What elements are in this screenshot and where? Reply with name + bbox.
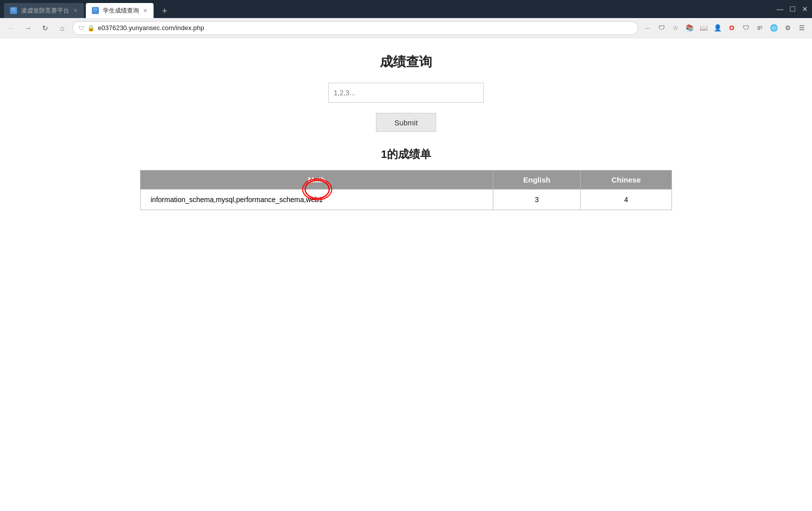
ip-button[interactable]: IP	[754, 22, 766, 34]
math-value-wrapper: information_schema,mysql,performance_sch…	[151, 196, 323, 204]
table-header: Math English Chinese	[141, 171, 672, 190]
chinese-cell: 4	[581, 190, 672, 210]
result-table: Math English Chinese information_schema,…	[140, 170, 672, 210]
opera-button[interactable]: O	[726, 22, 738, 34]
vpn-button[interactable]: 🌐	[768, 22, 780, 34]
forward-button[interactable]: →	[21, 21, 35, 35]
settings-button[interactable]: ⚙	[782, 22, 794, 34]
english-cell: 3	[493, 190, 581, 210]
tab2-label: 学生成绩查询	[103, 7, 139, 15]
col-header-math: Math	[141, 171, 493, 190]
reader-button[interactable]: 📖	[698, 22, 710, 34]
security-icon: 🛡	[79, 25, 84, 31]
page-content: 成绩查询 Submit 1的成绩单 Math English Chinese i…	[0, 38, 812, 511]
search-form: Submit	[10, 83, 802, 132]
browser-window: 🛡 凌虚攻防竞赛平台 ✕ 🛡 学生成绩查询 ✕ + — ☐ ✕ ← → ↻ ⌂ …	[0, 0, 812, 511]
lock-icon: 🔒	[87, 25, 95, 32]
tab-学生成绩查询[interactable]: 🛡 学生成绩查询 ✕	[86, 3, 154, 18]
result-title: 1的成绩单	[10, 147, 802, 162]
star-button[interactable]: ☆	[669, 22, 682, 34]
nav-right-controls: ··· 🛡 ☆ 📚 📖 👤 O 🛡 IP 🌐 ⚙ ☰	[641, 22, 808, 34]
tab-凌虚[interactable]: 🛡 凌虚攻防竞赛平台 ✕	[4, 3, 84, 18]
back-button[interactable]: ←	[4, 21, 18, 35]
table-body: information_schema,mysql,performance_sch…	[141, 190, 672, 210]
shield-button[interactable]: 🛡	[740, 22, 752, 34]
close-button[interactable]: ✕	[802, 5, 808, 13]
search-input[interactable]	[328, 83, 484, 103]
table-row: information_schema,mysql,performance_sch…	[141, 190, 672, 210]
math-value: information_schema,mysql,performance_sch…	[151, 196, 323, 204]
submit-button[interactable]: Submit	[376, 113, 436, 132]
tab1-close[interactable]: ✕	[73, 8, 78, 14]
more-button[interactable]: ···	[641, 22, 653, 34]
tab2-close[interactable]: ✕	[143, 8, 148, 14]
window-controls: — ☐ ✕	[776, 5, 808, 13]
title-bar: 🛡 凌虚攻防竞赛平台 ✕ 🛡 学生成绩查询 ✕ + — ☐ ✕	[0, 0, 812, 18]
tab1-favicon: 🛡	[10, 7, 17, 14]
reload-button[interactable]: ↻	[38, 21, 52, 35]
maximize-button[interactable]: ☐	[789, 5, 796, 13]
bookmark-icon[interactable]: 🛡	[655, 22, 667, 34]
home-button[interactable]: ⌂	[55, 21, 69, 35]
new-tab-button[interactable]: +	[158, 4, 172, 18]
address-bar-container[interactable]: 🛡 🔒 e0376230.yunyansec.com/index.php	[72, 21, 638, 35]
tab2-favicon: 🛡	[92, 7, 99, 14]
nav-bar: ← → ↻ ⌂ 🛡 🔒 e0376230.yunyansec.com/index…	[0, 18, 812, 38]
tab1-label: 凌虚攻防竞赛平台	[21, 7, 69, 15]
page-title: 成绩查询	[10, 53, 802, 71]
menu-button[interactable]: ☰	[796, 22, 808, 34]
col-header-english: English	[493, 171, 581, 190]
extensions-button[interactable]: 📚	[684, 22, 696, 34]
math-cell: information_schema,mysql,performance_sch…	[141, 190, 493, 210]
col-header-chinese: Chinese	[581, 171, 672, 190]
account-button[interactable]: 👤	[712, 22, 724, 34]
minimize-button[interactable]: —	[776, 5, 783, 13]
address-bar-text: e0376230.yunyansec.com/index.php	[98, 24, 632, 32]
